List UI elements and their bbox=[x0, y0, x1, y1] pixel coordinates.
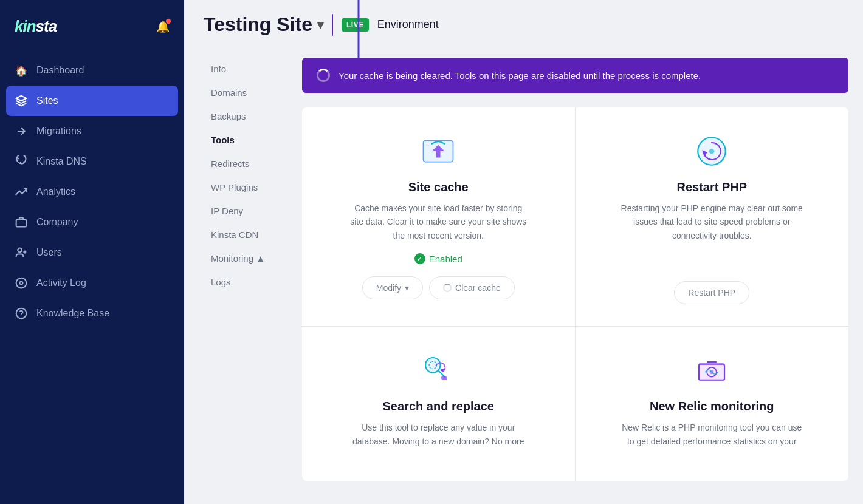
main-content: Testing Site ▾ LIVE Environment Info Dom… bbox=[184, 0, 863, 504]
clear-cache-spinner bbox=[443, 284, 452, 292]
company-icon bbox=[15, 216, 28, 229]
restart-php-title: Restart PHP bbox=[676, 180, 747, 194]
home-icon: 🏠 bbox=[15, 64, 28, 77]
header-divider bbox=[332, 14, 333, 36]
sidebar-item-migrations[interactable]: Migrations bbox=[0, 116, 184, 146]
tool-card-new-relic: New Relic monitoring New Relic is a PHP … bbox=[576, 327, 849, 481]
modify-button[interactable]: Modify ▾ bbox=[362, 276, 423, 299]
kinsta-logo: kinsta bbox=[15, 17, 57, 36]
tools-grid: Site cache Cache makes your site load fa… bbox=[302, 107, 848, 481]
sidebar-item-company[interactable]: Company bbox=[0, 207, 184, 237]
svg-point-6 bbox=[16, 278, 27, 288]
svg-rect-1 bbox=[16, 220, 27, 227]
search-replace-desc: Use this tool to replace any value in yo… bbox=[347, 421, 529, 448]
restart-php-icon bbox=[692, 132, 731, 171]
migrations-icon bbox=[15, 124, 28, 138]
site-title[interactable]: Testing Site ▾ bbox=[204, 13, 323, 36]
site-cache-icon bbox=[419, 132, 458, 171]
users-icon bbox=[15, 246, 28, 259]
content-area: Info Domains Backups Tools Redirects WP … bbox=[184, 46, 863, 504]
svg-point-3 bbox=[18, 248, 22, 253]
restart-php-actions: Restart PHP bbox=[674, 281, 749, 304]
restart-php-button[interactable]: Restart PHP bbox=[674, 281, 749, 304]
live-badge: LIVE bbox=[342, 18, 369, 32]
environment-label: Environment bbox=[377, 18, 439, 31]
subnav-item-tools[interactable]: Tools bbox=[204, 129, 287, 151]
activity-log-icon bbox=[15, 276, 28, 290]
subnav-item-domains[interactable]: Domains bbox=[204, 81, 287, 104]
site-cache-desc: Cache makes your site load faster by sto… bbox=[347, 202, 529, 242]
sidebar-logo-area: kinsta 🔔 bbox=[0, 0, 184, 50]
sidebar-item-dashboard[interactable]: 🏠 Dashboard bbox=[0, 55, 184, 86]
subnav-item-ip-deny[interactable]: IP Deny bbox=[204, 200, 287, 222]
clear-cache-button[interactable]: Clear cache bbox=[429, 276, 515, 299]
sidebar-item-knowledge-base[interactable]: Knowledge Base bbox=[0, 298, 184, 329]
sidebar-item-users[interactable]: Users bbox=[0, 237, 184, 268]
header: Testing Site ▾ LIVE Environment bbox=[184, 0, 863, 46]
site-cache-actions: Modify ▾ Clear cache bbox=[362, 276, 515, 299]
new-relic-title: New Relic monitoring bbox=[650, 400, 774, 414]
sidebar-item-activity-log[interactable]: Activity Log bbox=[0, 268, 184, 298]
tool-card-restart-php: Restart PHP Restarting your PHP engine m… bbox=[576, 107, 849, 327]
site-dropdown-chevron[interactable]: ▾ bbox=[317, 18, 323, 32]
tool-card-site-cache: Site cache Cache makes your site load fa… bbox=[302, 107, 576, 327]
layers-icon bbox=[15, 94, 28, 107]
sidebar-nav: 🏠 Dashboard Sites Migrations Kinsta DNS bbox=[0, 50, 184, 504]
dns-icon bbox=[15, 155, 28, 168]
subnav-item-info[interactable]: Info bbox=[204, 58, 287, 80]
tool-card-search-replace: Search and replace Use this tool to repl… bbox=[302, 327, 576, 481]
modify-chevron: ▾ bbox=[405, 283, 409, 293]
sidebar-item-sites[interactable]: Sites bbox=[6, 86, 178, 116]
notification-bell[interactable]: 🔔 bbox=[156, 20, 170, 33]
svg-marker-0 bbox=[16, 96, 27, 101]
site-cache-status: ✓ Enabled bbox=[414, 253, 462, 264]
new-relic-icon bbox=[692, 351, 731, 390]
sidebar-item-analytics[interactable]: Analytics bbox=[0, 177, 184, 207]
subnav-item-monitoring[interactable]: Monitoring ▲ bbox=[204, 247, 287, 270]
knowledge-base-icon bbox=[15, 307, 28, 320]
svg-point-7 bbox=[20, 282, 23, 285]
notification-dot bbox=[166, 19, 171, 24]
enabled-dot: ✓ bbox=[414, 253, 425, 264]
subnav-item-backups[interactable]: Backups bbox=[204, 105, 287, 128]
subnav-item-wp-plugins[interactable]: WP Plugins bbox=[204, 176, 287, 199]
cache-clearing-banner: Your cache is being cleared. Tools on th… bbox=[302, 58, 848, 93]
site-cache-title: Site cache bbox=[408, 180, 469, 194]
subnav-item-redirects[interactable]: Redirects bbox=[204, 152, 287, 175]
sidebar: kinsta 🔔 🏠 Dashboard Sites Migrations bbox=[0, 0, 184, 504]
search-replace-title: Search and replace bbox=[383, 400, 494, 414]
new-relic-desc: New Relic is a PHP monitoring tool you c… bbox=[621, 421, 803, 448]
subnav-item-kinsta-cdn[interactable]: Kinsta CDN bbox=[204, 223, 287, 246]
banner-spinner bbox=[317, 69, 330, 82]
restart-php-desc: Restarting your PHP engine may clear out… bbox=[621, 202, 803, 242]
page-content: Your cache is being cleared. Tools on th… bbox=[287, 58, 863, 504]
subnav-item-logs[interactable]: Logs bbox=[204, 271, 287, 293]
svg-point-14 bbox=[709, 149, 715, 154]
sidebar-item-kinsta-dns[interactable]: Kinsta DNS bbox=[0, 146, 184, 177]
analytics-icon bbox=[15, 185, 28, 199]
sub-nav: Info Domains Backups Tools Redirects WP … bbox=[184, 58, 287, 504]
search-replace-icon bbox=[419, 351, 458, 390]
